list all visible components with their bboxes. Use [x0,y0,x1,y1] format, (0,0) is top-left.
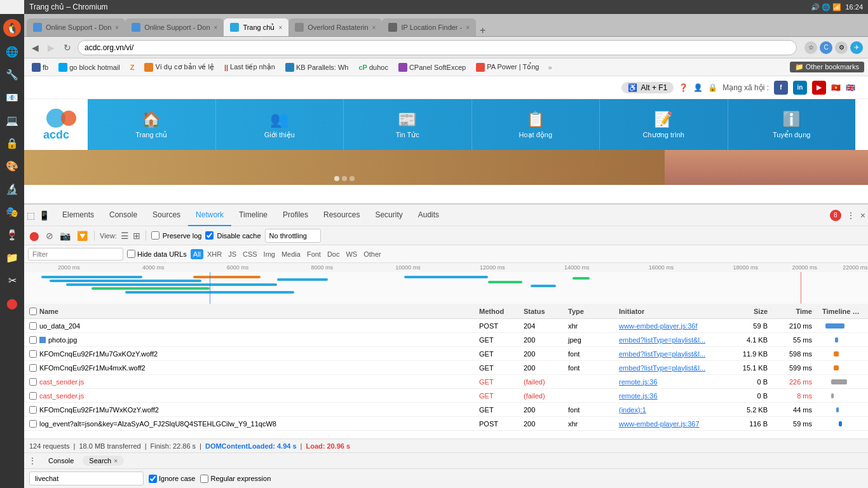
tab-network[interactable]: Network [188,205,231,226]
tab-overlord[interactable]: Overlord Rastaterin × [288,18,382,36]
bottom-panel-toggle[interactable]: ⋮ [28,456,37,466]
nav-tin-tuc[interactable]: 📰 Tin Tức [344,99,472,150]
disable-cache-checkbox[interactable] [205,231,214,240]
tab-security[interactable]: Security [367,205,410,226]
tab-online-support-2[interactable]: Online Support - Don × [125,18,224,36]
back-button[interactable]: ◀ [29,41,41,54]
table-row[interactable]: photo.jpg GET 200 jpeg embed?listType=pl… [24,333,868,347]
filter-media[interactable]: Media [279,249,303,259]
refresh-button[interactable]: ↻ [61,41,74,54]
row-initiator[interactable]: remote.js:36 [614,392,728,400]
sidebar-icon-10[interactable]: 📁 [1,247,23,268]
forward-button[interactable]: ▶ [45,41,57,54]
facebook-icon[interactable]: f [774,81,788,95]
row-checkbox[interactable] [29,392,37,400]
nav-chuong-trinh[interactable]: 📝 Chương trình [600,99,728,150]
search-tab-close[interactable]: × [114,458,118,464]
nav-tuyen-dung[interactable]: ℹ️ Tuyển dụng [728,99,856,150]
tab-console[interactable]: Console [102,205,145,226]
sidebar-icon-3[interactable]: 📧 [1,86,23,108]
youtube-icon[interactable]: ▶ [812,81,826,95]
tab-close-3[interactable]: × [278,24,282,31]
row-initiator[interactable]: remote.js:36 [614,378,728,386]
row-initiator[interactable]: embed?listType=playlist&l... [614,364,728,372]
tab-sources[interactable]: Sources [145,205,188,226]
view-detail-icon[interactable]: ⊞ [133,231,140,241]
table-row[interactable]: log_event?alt=json&key=AlzaSyAO_FJ2SlqU8… [24,417,868,431]
filter-img[interactable]: Img [261,249,278,259]
select-all-checkbox[interactable] [29,308,37,315]
filter-xhr[interactable]: XHR [205,249,224,259]
bookmark-cp[interactable]: cP duhoc [355,62,391,72]
tab-audits[interactable]: Audits [410,205,447,226]
sidebar-icon-12[interactable]: ⬤ [1,292,23,314]
throttle-select[interactable]: No throttling [265,229,321,243]
uk-flag[interactable]: 🇬🇧 [846,83,855,92]
table-row[interactable]: KFOmCnqEu92Fr1Mu7WxKOzY.woff2 GET 200 fo… [24,403,868,417]
filter-input[interactable] [28,248,123,261]
view-list-icon[interactable]: ☰ [121,231,129,241]
table-row[interactable]: cast_sender.js GET (failed) remote.js:36… [24,375,868,389]
row-checkbox[interactable] [29,322,37,330]
nav-gioi-thieu[interactable]: 👥 Giới thiệu [216,99,344,150]
bookmark-last[interactable]: || Last tiếp nhận [220,62,279,72]
tab-close-2[interactable]: × [214,24,218,31]
row-checkbox[interactable] [29,406,37,414]
sidebar-icon-6[interactable]: 🎨 [1,155,23,177]
bookmark-hotmail[interactable]: go block hotmail [55,62,124,73]
filter-all[interactable]: All [191,249,203,259]
sidebar-icon-8[interactable]: 🎭 [1,201,23,222]
nav-hoat-dong[interactable]: 📋 Hoạt động [472,99,600,150]
camera-button[interactable]: 📷 [58,229,72,242]
regular-expression-checkbox[interactable] [200,475,208,483]
new-tab-button[interactable]: + [476,25,489,36]
tab-close-5[interactable]: × [466,24,470,31]
bookmark-z[interactable]: Z [126,62,139,72]
sidebar-icon-5[interactable]: 🔒 [1,132,23,154]
row-checkbox[interactable] [29,420,37,428]
row-initiator[interactable]: www-embed-player.js:367 [614,420,728,428]
url-box[interactable]: acdc.org.vn/vi/ [78,40,797,55]
devtools-inspect-icon[interactable]: ⬚ [27,210,35,220]
ignore-case-checkbox[interactable] [149,475,157,483]
chromium-icon[interactable]: C [820,41,832,54]
bottom-tab-search[interactable]: Search × [83,456,124,466]
vn-flag[interactable]: 🇻🇳 [831,83,841,92]
other-bookmarks[interactable]: 📁 Other bookmarks [790,62,864,72]
devtools-mobile-icon[interactable]: 📱 [39,210,50,220]
bookmark-pa[interactable]: PA Power | Tổng [472,62,543,73]
sidebar-icon-4[interactable]: 💻 [1,109,23,131]
row-checkbox[interactable] [29,378,37,386]
filter-doc[interactable]: Doc [325,249,342,259]
row-checkbox[interactable] [29,336,37,344]
tab-timeline[interactable]: Timeline [231,205,275,226]
devtools-close-icon[interactable]: × [860,210,865,220]
telegram-icon[interactable]: ✈ [850,41,863,54]
tab-ip-location[interactable]: IP Location Finder - × [382,18,476,36]
tab-close-4[interactable]: × [372,24,376,31]
table-row[interactable]: uo_data_204 POST 204 xhr www-embed-playe… [24,319,868,333]
filter-js[interactable]: JS [226,249,239,259]
tab-profiles[interactable]: Profiles [275,205,316,226]
settings-icon[interactable]: ⚙ [835,41,848,54]
sidebar-icon-9[interactable]: 🍷 [1,224,23,245]
user-icon[interactable]: 👤 [693,83,703,92]
row-initiator[interactable]: embed?listType=playlist&l... [614,350,728,358]
sidebar-ubuntu-icon[interactable]: 🐧 [3,19,21,37]
tab-trang-chu[interactable]: Trang chủ × [224,18,288,36]
sidebar-icon-1[interactable]: 🌐 [1,41,23,62]
linkedin-icon[interactable]: in [793,81,807,95]
help-icon[interactable]: ❓ [679,83,688,92]
bookmark-fb[interactable]: fb [28,62,52,73]
row-checkbox[interactable] [29,364,37,372]
row-initiator[interactable]: (index):1 [614,406,728,414]
table-row[interactable]: cast_sender.js GET (failed) remote.js:36… [24,389,868,403]
bookmark-star-icon[interactable]: ☆ [804,41,817,54]
search-input[interactable] [29,471,144,485]
preserve-log-checkbox[interactable] [151,231,159,240]
record-button[interactable]: ⬤ [28,229,41,242]
lock-icon[interactable]: 🔒 [708,83,717,92]
sidebar-icon-11[interactable]: ✂ [1,269,23,291]
bookmark-cpanel[interactable]: CPanel SoftExcep [395,62,470,73]
devtools-menu-icon[interactable]: ⋮ [846,210,855,220]
